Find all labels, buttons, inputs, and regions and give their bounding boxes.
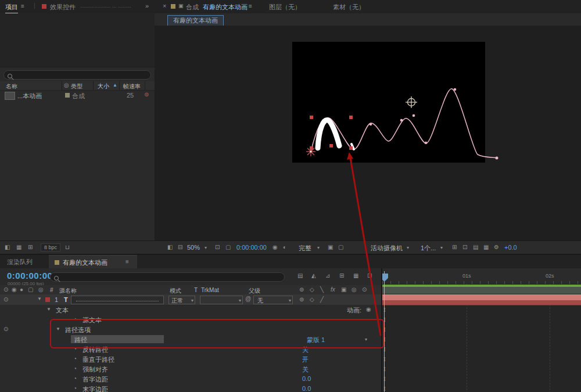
- caret-down-icon[interactable]: ▼: [56, 327, 60, 332]
- project-item-row[interactable]: ...本动画 合成 25 ⊚: [0, 91, 155, 100]
- transparency-grid-icon[interactable]: ▢: [338, 244, 343, 250]
- zoom-select[interactable]: 50%: [187, 244, 200, 251]
- magnification-icon[interactable]: ⊟: [178, 244, 182, 250]
- prop-row-perpendicular[interactable]: ◔ 垂直于路径 开: [0, 354, 381, 364]
- current-timecode[interactable]: 0:00:00:00: [7, 271, 52, 280]
- trash-icon[interactable]: ⊔: [65, 244, 70, 250]
- prop-first-margin-value[interactable]: 0.0: [302, 375, 311, 382]
- prop-row-path-options[interactable]: ⊙ ▼ 路径选项: [0, 325, 381, 335]
- stopwatch-icon[interactable]: ◔: [73, 346, 77, 352]
- path-vertex[interactable]: [413, 114, 415, 117]
- prop-row-force-alignment[interactable]: ◔ 强制对齐 关: [0, 364, 381, 374]
- prop-path-options-label[interactable]: 路径选项: [65, 326, 91, 335]
- prop-row-text[interactable]: ▼ 文本 动画: ◉: [0, 305, 381, 315]
- layer-visibility-eye-icon[interactable]: ⊙: [3, 297, 8, 303]
- prop-row-last-margin[interactable]: ◔ 末字边距 0.0: [0, 384, 381, 392]
- path-vertex[interactable]: [370, 123, 372, 126]
- pixel-aspect-icon[interactable]: ⊞: [452, 244, 457, 250]
- label-color-icon[interactable]: ◎: [64, 82, 69, 88]
- project-menu-icon[interactable]: ≡: [21, 3, 24, 9]
- path-value-dropdown[interactable]: 蒙版 1: [307, 336, 325, 344]
- timeline-track-area[interactable]: 01s 02s I I I I I I I I I: [382, 268, 581, 392]
- sort-ascending-icon[interactable]: ▲: [113, 82, 117, 88]
- mask-visibility-icon[interactable]: ▢: [225, 244, 231, 250]
- close-tab-icon[interactable]: ×: [163, 3, 166, 9]
- prop-row-reverse-path[interactable]: ◔ 反转路径 关: [0, 344, 381, 354]
- show-channel-icon[interactable]: ◐: [283, 244, 286, 250]
- col-mode[interactable]: 模式: [170, 287, 181, 295]
- prop-force-value[interactable]: 关: [302, 365, 309, 374]
- motion-blur-icon[interactable]: ▦: [353, 273, 358, 279]
- item-name[interactable]: ...本动画: [17, 92, 42, 100]
- layer-name-field[interactable]: [71, 296, 164, 304]
- tab-effect-controls[interactable]: 效果控件: [50, 3, 76, 12]
- new-folder-icon[interactable]: ▦: [16, 244, 21, 250]
- parent-pickwhip-icon[interactable]: @: [245, 296, 251, 302]
- animate-menu-icon[interactable]: ◉: [366, 307, 371, 312]
- prop-row-source-text[interactable]: ◔ 源文本: [0, 315, 381, 325]
- comp-tab-name[interactable]: 有趣的文本动画: [203, 3, 248, 12]
- stopwatch-icon[interactable]: ◔: [73, 356, 77, 362]
- grid-guides-icon[interactable]: ⊡: [215, 244, 220, 250]
- item-label-chip[interactable]: [65, 93, 70, 98]
- timeline-search-input[interactable]: [50, 272, 285, 282]
- prop-reverse-label[interactable]: 反转路径: [83, 346, 108, 354]
- layer-quality-icon[interactable]: ╱: [320, 297, 324, 303]
- col-layer-number[interactable]: #: [50, 287, 53, 293]
- lock-icon[interactable]: ▣: [178, 3, 184, 9]
- viewer-timecode[interactable]: 0:00:00:00: [236, 244, 267, 251]
- layer-row[interactable]: ⊙ ▼ 1 T 正常 ▾ ▾ @ 无 ▾: [0, 294, 381, 305]
- col-t[interactable]: T: [194, 287, 198, 293]
- region-of-interest-icon[interactable]: ▣: [328, 244, 333, 250]
- always-preview-icon[interactable]: ◧: [167, 244, 173, 250]
- layer-duration-bar[interactable]: [382, 294, 581, 305]
- timeline-button-icon[interactable]: ▤: [473, 244, 478, 250]
- stopwatch-icon[interactable]: ◔: [73, 376, 77, 382]
- prop-path-label[interactable]: 路径: [74, 336, 87, 344]
- prop-row-path[interactable]: 路径 蒙版 1 ▾: [0, 335, 381, 344]
- panel-overflow-icon[interactable]: »: [145, 3, 149, 9]
- anchor-point-icon[interactable]: [406, 96, 417, 108]
- path-vertex[interactable]: [454, 88, 457, 91]
- prop-row-first-margin[interactable]: ◔ 首字边距 0.0: [0, 374, 381, 384]
- path-start-point[interactable]: [310, 150, 311, 152]
- path-end-vertex[interactable]: [496, 157, 498, 160]
- fast-preview-icon[interactable]: ⊡: [462, 244, 467, 250]
- prop-perpendicular-value[interactable]: 开: [302, 355, 309, 364]
- interpret-footage-icon[interactable]: ◧: [5, 244, 10, 250]
- playhead-line[interactable]: [384, 271, 385, 392]
- exposure-reset-icon[interactable]: ⚙: [494, 244, 499, 250]
- text-character-stroke[interactable]: [318, 120, 339, 148]
- layer-expand-caret-icon[interactable]: ▼: [37, 297, 42, 301]
- trkmat-dropdown[interactable]: ▾: [200, 296, 243, 304]
- snapshot-icon[interactable]: ◉: [272, 244, 278, 250]
- tab-footage[interactable]: 素材（无）: [333, 3, 365, 12]
- prop-first-margin-label[interactable]: 首字边距: [83, 375, 108, 384]
- col-parent[interactable]: 父级: [249, 287, 260, 295]
- view-layout-select[interactable]: 1个...: [421, 244, 436, 253]
- prop-last-margin-value[interactable]: 0.0: [302, 385, 311, 392]
- flowchart-icon[interactable]: ▦: [483, 244, 489, 250]
- frame-blending-icon[interactable]: ⊞: [339, 273, 344, 279]
- prop-source-text-label[interactable]: 源文本: [83, 316, 102, 325]
- time-ruler[interactable]: 01s 02s: [382, 268, 581, 285]
- bit-depth-button[interactable]: 8 bpc: [41, 243, 60, 251]
- prop-force-label[interactable]: 强制对齐: [83, 365, 108, 374]
- layer-collapse-icon[interactable]: ◇: [310, 297, 314, 303]
- prop-reverse-value[interactable]: 关: [302, 346, 309, 354]
- stopwatch-icon[interactable]: ◔: [73, 317, 77, 322]
- viewer-viewport[interactable]: [155, 26, 581, 240]
- layer-shy-icon[interactable]: ⊚: [299, 297, 304, 303]
- hide-shy-layers-icon[interactable]: ⊿: [325, 273, 330, 279]
- tab-comp-active[interactable]: 有趣的文本动画 ≡: [49, 255, 137, 269]
- col-size[interactable]: 大小: [98, 82, 109, 91]
- prop-text-label[interactable]: 文本: [56, 306, 69, 315]
- viewer-menu-icon[interactable]: ≡: [249, 3, 252, 9]
- prop-last-margin-label[interactable]: 末字边距: [83, 385, 108, 392]
- project-search-input[interactable]: [3, 70, 151, 80]
- col-trkmat[interactable]: TrkMat: [201, 287, 219, 293]
- graph-editor-icon[interactable]: ⊡: [367, 273, 372, 279]
- new-composition-icon[interactable]: ⊞: [28, 244, 33, 250]
- col-framerate[interactable]: 帧速率: [123, 82, 141, 91]
- layer-label-chip[interactable]: [45, 297, 50, 302]
